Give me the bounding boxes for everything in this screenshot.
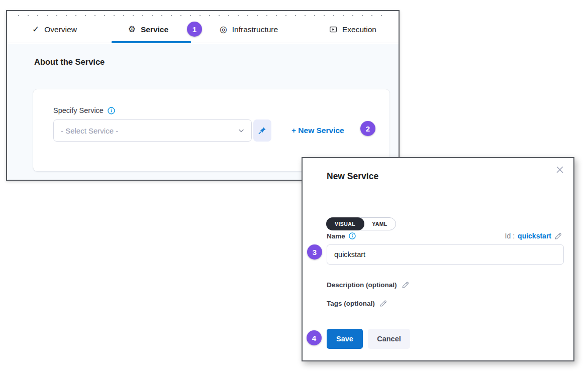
pipeline-stage-panel: ✓ Overview ⚙︎ Service ◎ Infrastructure E…	[6, 10, 400, 181]
gear-icon: ⚙︎	[128, 25, 136, 34]
play-box-icon	[329, 26, 337, 34]
service-id: Id : quickstart	[505, 232, 562, 240]
service-select-placeholder: - Select Service -	[61, 127, 118, 135]
id-label: Id :	[505, 232, 515, 240]
tab-service-label: Service	[141, 25, 168, 34]
name-label: Name	[327, 232, 356, 240]
dialog-title: New Service	[327, 171, 378, 182]
service-name-input[interactable]	[327, 244, 564, 265]
stage-tab-bar: ✓ Overview ⚙︎ Service ◎ Infrastructure E…	[7, 16, 399, 43]
chevron-down-icon	[238, 127, 245, 134]
tags-label: Tags (optional)	[327, 300, 375, 307]
tab-infrastructure-label: Infrastructure	[232, 25, 278, 34]
tab-overview-label: Overview	[44, 25, 77, 34]
section-heading: About the Service	[34, 57, 399, 67]
info-icon[interactable]	[108, 107, 115, 114]
tab-execution-label: Execution	[342, 25, 376, 34]
tab-service[interactable]: ⚙︎ Service	[128, 16, 168, 43]
new-service-dialog: New Service VISUAL YAML Name Id : quicks…	[302, 157, 574, 361]
cancel-button[interactable]: Cancel	[368, 329, 410, 349]
edit-description-pencil-icon[interactable]	[402, 281, 409, 289]
save-button[interactable]: Save	[327, 329, 363, 349]
edit-tags-pencil-icon[interactable]	[379, 300, 387, 307]
pin-runtime-input-button[interactable]	[253, 119, 271, 142]
specify-service-label-text: Specify Service	[53, 106, 104, 114]
id-value: quickstart	[518, 232, 551, 240]
specify-service-label: Specify Service	[53, 106, 389, 114]
toggle-visual[interactable]: VISUAL	[326, 217, 364, 230]
tab-overview[interactable]: ✓ Overview	[32, 16, 77, 43]
description-field: Description (optional)	[327, 281, 409, 289]
pin-icon	[258, 127, 266, 135]
close-icon[interactable]	[554, 164, 565, 175]
service-select[interactable]: - Select Service -	[53, 119, 252, 142]
edit-id-pencil-icon[interactable]	[554, 232, 562, 240]
check-icon: ✓	[32, 25, 39, 34]
new-service-link[interactable]: + New Service	[291, 126, 344, 135]
info-icon[interactable]	[349, 232, 356, 239]
step-badge-2: 2	[360, 121, 375, 136]
step-badge-1: 1	[187, 22, 202, 37]
step-badge-3: 3	[307, 244, 322, 260]
step-badge-4: 4	[307, 330, 322, 345]
toggle-yaml[interactable]: YAML	[364, 218, 396, 230]
tab-infrastructure[interactable]: ◎ Infrastructure	[220, 16, 278, 43]
name-id-row: Name Id : quickstart	[327, 232, 562, 240]
description-label: Description (optional)	[327, 281, 397, 289]
service-select-row: - Select Service - + New	[53, 119, 389, 142]
name-label-text: Name	[327, 232, 345, 240]
tab-execution[interactable]: Execution	[329, 16, 376, 43]
tags-field: Tags (optional)	[327, 300, 387, 307]
target-icon: ◎	[220, 25, 227, 34]
visual-yaml-toggle: VISUAL YAML	[326, 217, 396, 230]
